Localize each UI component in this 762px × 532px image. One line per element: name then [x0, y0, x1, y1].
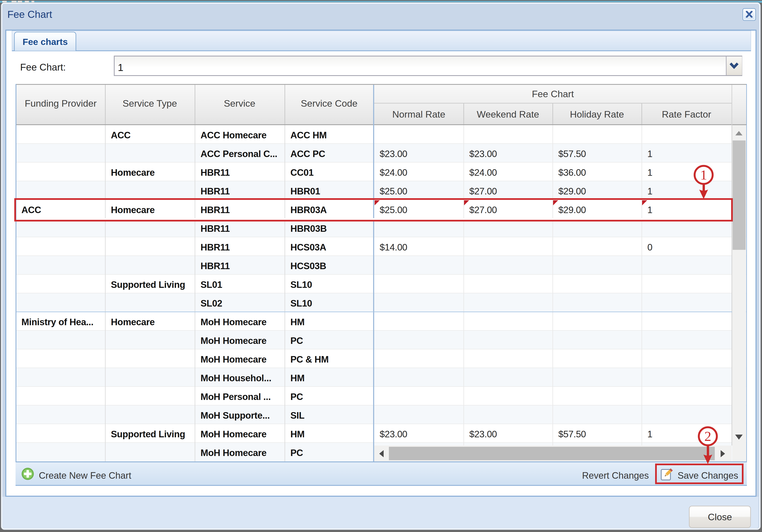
svg-text:2: 2 [705, 428, 712, 444]
svg-text:1: 1 [700, 167, 707, 183]
